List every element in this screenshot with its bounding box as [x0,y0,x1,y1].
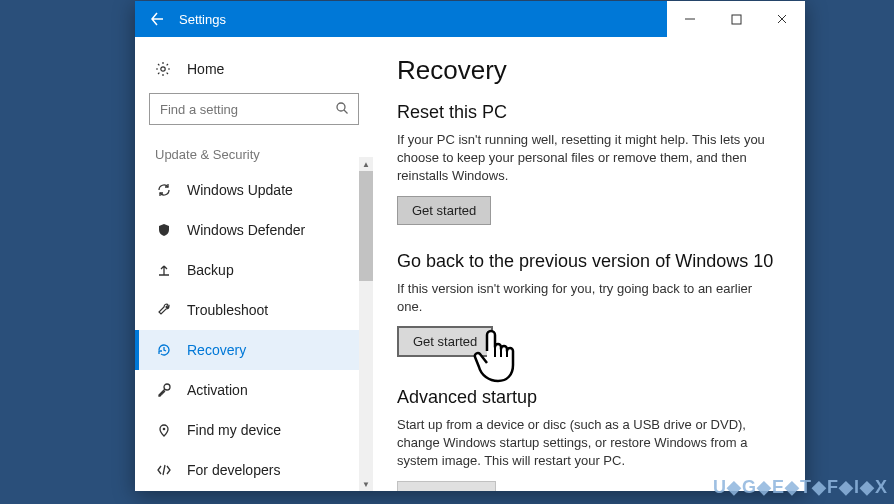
back-arrow-icon [149,11,165,27]
sidebar-home[interactable]: Home [135,53,373,85]
sidebar-item-label: Recovery [187,342,246,358]
location-icon [155,422,173,438]
main-panel: Recovery Reset this PC If your PC isn't … [373,37,805,491]
settings-window: Settings Home Update [135,1,805,491]
search-wrap [135,85,373,137]
sidebar-section-label: Update & Security [135,137,373,170]
scrollbar-thumb[interactable] [359,171,373,281]
page-title: Recovery [397,55,781,86]
titlebar: Settings [135,1,805,37]
scroll-up-arrow-icon[interactable]: ▲ [359,157,373,171]
sidebar-item-windows-update[interactable]: Windows Update [135,170,373,210]
advanced-startup-restart-button[interactable]: Restart now [397,481,496,492]
reset-pc-heading: Reset this PC [397,102,781,123]
shield-icon [155,222,173,238]
maximize-button[interactable] [713,1,759,37]
sidebar-item-label: Find my device [187,422,281,438]
minimize-icon [684,13,696,25]
scroll-down-arrow-icon[interactable]: ▼ [359,477,373,491]
reset-pc-get-started-button[interactable]: Get started [397,196,491,225]
maximize-icon [731,14,742,25]
reset-pc-description: If your PC isn't running well, resetting… [397,131,767,186]
sidebar-item-find-my-device[interactable]: Find my device [135,410,373,450]
gear-icon [155,61,173,77]
search-input[interactable] [149,93,359,125]
advanced-startup-description: Start up from a device or disc (such as … [397,416,767,471]
key-icon [155,382,173,398]
svg-point-4 [163,428,166,431]
sidebar-item-troubleshoot[interactable]: Troubleshoot [135,290,373,330]
sidebar-item-label: For developers [187,462,280,478]
watermark: U◆G◆E◆T◆F◆I◆X [713,476,888,498]
advanced-startup-heading: Advanced startup [397,387,781,408]
sidebar-item-label: Backup [187,262,234,278]
sidebar-item-activation[interactable]: Activation [135,370,373,410]
sidebar: Home Update & Security Windows Update Wi… [135,37,373,491]
developers-icon [155,462,173,478]
minimize-button[interactable] [667,1,713,37]
content-area: Home Update & Security Windows Update Wi… [135,37,805,491]
backup-icon [155,262,173,278]
go-back-description: If this version isn't working for you, t… [397,280,767,316]
go-back-get-started-button[interactable]: Get started [397,326,493,357]
sidebar-item-for-developers[interactable]: For developers [135,450,373,490]
sync-icon [155,182,173,198]
sidebar-item-label: Activation [187,382,248,398]
svg-point-1 [161,67,165,71]
sidebar-item-backup[interactable]: Backup [135,250,373,290]
go-back-heading: Go back to the previous version of Windo… [397,251,781,272]
sidebar-home-label: Home [187,61,224,77]
close-icon [776,13,788,25]
window-title: Settings [179,12,226,27]
sidebar-item-windows-defender[interactable]: Windows Defender [135,210,373,250]
sidebar-scrollbar[interactable]: ▲ ▼ [359,157,373,491]
sidebar-item-label: Windows Update [187,182,293,198]
history-icon [155,342,173,358]
back-button[interactable] [141,3,173,35]
sidebar-item-label: Troubleshoot [187,302,268,318]
svg-rect-0 [732,15,741,24]
close-button[interactable] [759,1,805,37]
wrench-icon [155,302,173,318]
sidebar-item-recovery[interactable]: Recovery [135,330,373,370]
sidebar-item-label: Windows Defender [187,222,305,238]
